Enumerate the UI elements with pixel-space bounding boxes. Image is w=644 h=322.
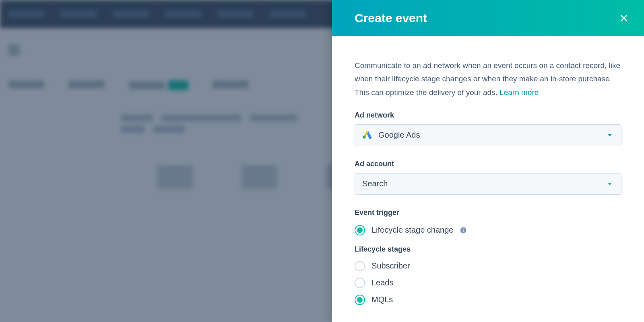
panel-description: Communicate to an ad network when an eve…: [355, 59, 621, 99]
google-ads-icon: [362, 129, 373, 141]
lifecycle-option-label: MQLs: [372, 295, 393, 304]
create-event-panel: Create event Communicate to an ad networ…: [332, 0, 644, 322]
lifecycle-option-label: Leads: [372, 278, 394, 287]
description-text: Communicate to an ad network when an eve…: [355, 61, 620, 97]
panel-header: Create event: [332, 0, 644, 36]
ad-account-value: Search: [362, 179, 388, 188]
ad-network-select[interactable]: Google Ads: [355, 124, 621, 146]
ad-account-select[interactable]: Search: [355, 173, 621, 195]
event-trigger-label: Event trigger: [355, 208, 621, 217]
chevron-down-icon: [606, 180, 614, 188]
lifecycle-option-mqls[interactable]: MQLs: [355, 295, 621, 305]
panel-title: Create event: [355, 11, 427, 25]
svg-rect-3: [463, 228, 464, 229]
panel-body: Communicate to an ad network when an eve…: [332, 36, 644, 321]
ad-network-value: Google Ads: [378, 130, 420, 140]
lifecycle-stages-label: Lifecycle stages: [355, 245, 621, 254]
event-trigger-option-label: Lifecycle stage change: [372, 225, 453, 235]
radio-icon: [355, 295, 365, 305]
lifecycle-option-subscriber[interactable]: Subscriber: [355, 261, 621, 271]
lifecycle-option-label: Subscriber: [372, 261, 410, 270]
svg-rect-2: [463, 229, 464, 231]
event-trigger-option[interactable]: Lifecycle stage change: [355, 225, 621, 235]
lifecycle-option-leads[interactable]: Leads: [355, 278, 621, 288]
svg-point-0: [363, 136, 366, 139]
ad-account-label: Ad account: [355, 160, 621, 168]
chevron-down-icon: [606, 131, 614, 139]
ad-network-label: Ad network: [355, 111, 621, 120]
radio-icon: [355, 225, 365, 235]
radio-icon: [355, 261, 365, 271]
radio-icon: [355, 278, 365, 288]
close-icon[interactable]: [618, 12, 630, 24]
learn-more-link[interactable]: Learn more: [500, 88, 539, 97]
info-icon[interactable]: [460, 227, 467, 234]
